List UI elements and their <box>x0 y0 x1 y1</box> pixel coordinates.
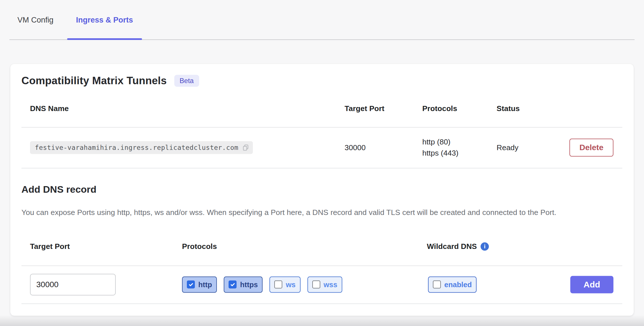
protocol-checkbox-http[interactable]: http <box>182 276 217 293</box>
tab-vm-config[interactable]: VM Config <box>9 0 61 40</box>
checkbox-icon[interactable] <box>312 281 320 289</box>
panel-title-row: Compatibility Matrix Tunnels Beta <box>21 75 199 87</box>
checkbox-icon[interactable] <box>229 281 237 289</box>
column-header-protocols: Protocols <box>422 102 457 115</box>
protocol-checkbox-label: ws <box>286 280 295 289</box>
page-title: Compatibility Matrix Tunnels <box>21 75 167 87</box>
form-label-target-port: Target Port <box>30 240 70 253</box>
tab-bar: VM Config Ingress & Ports <box>9 0 142 40</box>
divider <box>21 303 622 304</box>
table-header-row: DNS Name Target Port Protocols Status <box>10 102 634 115</box>
add-dns-form-row: http https ws <box>10 265 634 303</box>
checkbox-icon[interactable] <box>433 281 441 289</box>
target-port-input[interactable] <box>30 274 116 295</box>
tunnels-panel: Compatibility Matrix Tunnels Beta DNS Na… <box>10 64 634 316</box>
delete-button[interactable]: Delete <box>569 138 613 156</box>
column-header-dns-name: DNS Name <box>30 102 69 115</box>
protocol-checkbox-label: wss <box>324 280 337 289</box>
bottom-scroll-shadow <box>0 315 644 326</box>
column-header-target-port: Target Port <box>345 102 384 115</box>
add-dns-record-heading: Add DNS record <box>21 184 97 195</box>
table-row: festive-varahamihira.ingress.replicatedc… <box>10 127 634 168</box>
cell-protocols: http (80) https (443) <box>422 136 459 159</box>
protocol-entry: https (443) <box>422 148 459 159</box>
protocol-checkbox-wss[interactable]: wss <box>307 276 342 293</box>
copy-icon[interactable] <box>242 144 249 151</box>
beta-badge: Beta <box>174 75 199 87</box>
status-badge: Ready <box>497 143 519 152</box>
protocol-checkbox-ws[interactable]: ws <box>269 276 300 293</box>
checkbox-icon[interactable] <box>187 281 195 289</box>
page: VM Config Ingress & Ports Compatibility … <box>0 0 644 326</box>
divider <box>21 168 622 168</box>
tab-ingress-ports[interactable]: Ingress & Ports <box>67 0 142 40</box>
form-label-row: Target Port Protocols Wildcard DNS i <box>10 240 634 253</box>
wildcard-enabled-checkbox[interactable]: enabled <box>428 276 477 293</box>
wildcard-checkbox-label: enabled <box>444 280 472 289</box>
protocol-checkbox-label: http <box>198 280 212 289</box>
info-icon[interactable]: i <box>481 242 489 251</box>
column-header-status: Status <box>497 102 520 115</box>
add-dns-record-description: You can expose Ports using http, https, … <box>21 207 589 218</box>
wildcard-dns-label-text: Wildcard DNS <box>427 240 477 253</box>
dns-name-pill: festive-varahamihira.ingress.replicatedc… <box>30 141 253 154</box>
form-label-protocols: Protocols <box>182 240 217 253</box>
protocol-checkbox-group: http https ws <box>182 276 342 293</box>
protocol-entry: http (80) <box>422 136 459 148</box>
add-button[interactable]: Add <box>570 276 613 293</box>
dns-name-value: festive-varahamihira.ingress.replicatedc… <box>35 144 238 151</box>
form-label-wildcard-dns: Wildcard DNS i <box>427 240 489 253</box>
protocol-checkbox-https[interactable]: https <box>224 276 263 293</box>
checkbox-icon[interactable] <box>274 281 282 289</box>
protocol-checkbox-label: https <box>240 280 258 289</box>
cell-target-port: 30000 <box>345 143 366 152</box>
